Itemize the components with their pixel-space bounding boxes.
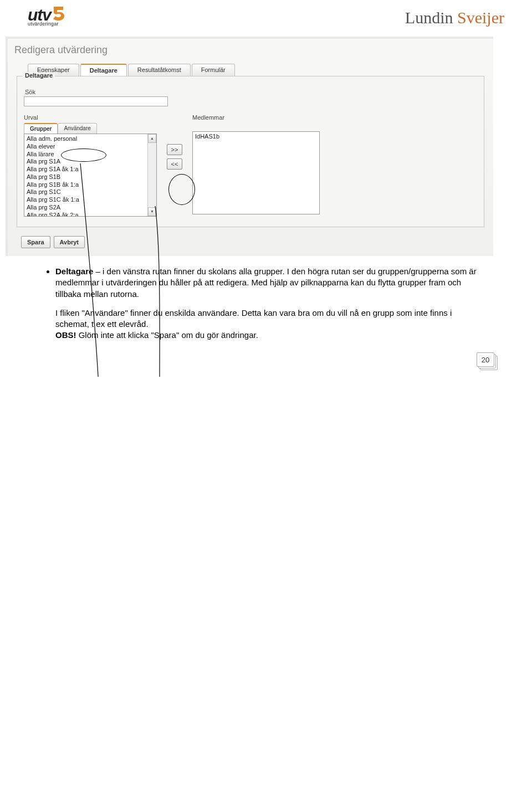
list-item[interactable]: Alla adm. personal: [27, 135, 154, 143]
list-item[interactable]: Alla prg S2A: [27, 204, 154, 212]
list-item[interactable]: Alla lärare: [27, 151, 154, 158]
page-number: 20: [477, 352, 494, 367]
medlemmar-label: Medlemmar: [192, 114, 320, 121]
list-item[interactable]: Alla prg S1B åk 1:a: [27, 181, 154, 189]
cancel-button[interactable]: Avbryt: [54, 236, 85, 248]
list-item[interactable]: Alla prg S1B: [27, 173, 154, 181]
document-body: Deltagare – i den vänstra rutan finner d…: [44, 266, 482, 341]
list-item[interactable]: Alla elever: [27, 143, 154, 151]
urval-column: Urval Grupper Användare Alla adm. person…: [24, 114, 157, 217]
app-screenshot: Redigera utvärdering Egenskaper Deltagar…: [6, 37, 493, 256]
paragraph-anvandare: I fliken "Användare" finner du enskilda …: [55, 308, 482, 330]
window-title: Redigera utvärdering: [8, 39, 493, 64]
subtab-grupper[interactable]: Grupper: [24, 123, 58, 134]
medlemmar-column: Medlemmar IdHAS1b: [192, 114, 320, 214]
bullet-deltagare: Deltagare – i den vänstra rutan finner d…: [55, 266, 482, 341]
footer-buttons: Spara Avbryt: [8, 236, 493, 256]
tab-deltagare[interactable]: Deltagare: [80, 64, 127, 76]
scrollbar[interactable]: [147, 134, 156, 216]
add-button[interactable]: >>: [167, 144, 182, 155]
list-item[interactable]: Alla prg S1C åk 1:a: [27, 196, 154, 204]
list-item[interactable]: Alla prg S2A åk 2:a: [27, 212, 154, 217]
logo-utv5: utv utvärderingar: [28, 4, 94, 32]
list-item[interactable]: Alla prg S1A åk 1:a: [27, 166, 154, 173]
logo-lundin-sveijer: Lundin Sveijer: [405, 8, 504, 27]
main-tabs: Egenskaper Deltagare Resultatåtkomst For…: [8, 64, 493, 76]
search-input[interactable]: [24, 96, 168, 106]
deltagare-panel: Deltagare Sök Urval Grupper Användare Al…: [17, 76, 484, 227]
urval-label: Urval: [24, 114, 157, 121]
list-item[interactable]: Alla prg S1C: [27, 188, 154, 196]
list-item[interactable]: Alla prg S1A: [27, 158, 154, 166]
remove-button[interactable]: <<: [167, 158, 182, 170]
paragraph-obs: OBS! Glöm inte att klicka "Spara" om du …: [55, 330, 482, 341]
members-listbox[interactable]: IdHAS1b: [192, 131, 320, 214]
list-item[interactable]: IdHAS1b: [195, 133, 317, 140]
urval-subtabs: Grupper Användare: [24, 123, 157, 134]
tab-formular[interactable]: Formulär: [192, 64, 235, 76]
subtab-anvandare[interactable]: Användare: [58, 123, 96, 134]
search-label: Sök: [25, 89, 477, 95]
transfer-buttons: >> <<: [167, 144, 182, 170]
tab-resultatatkomst[interactable]: Resultatåtkomst: [128, 64, 191, 76]
panel-legend: Deltagare: [23, 72, 55, 79]
page-number-badge: 20: [477, 352, 499, 370]
page-header: utv utvärderingar Lundin Sveijer: [28, 0, 504, 33]
logo-five-icon: [51, 5, 66, 24]
save-button[interactable]: Spara: [21, 236, 50, 248]
groups-listbox[interactable]: Alla adm. personal Alla elever Alla lära…: [24, 134, 157, 217]
